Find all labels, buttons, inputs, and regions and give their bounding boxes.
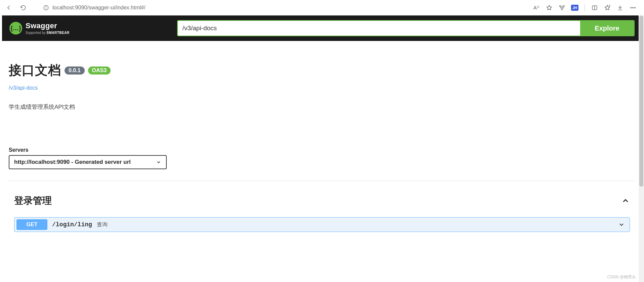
- swagger-topbar: {…} Swagger Supported by SMARTBEAR Explo…: [2, 15, 642, 41]
- browser-right-controls: A⁾⁾ JH: [531, 2, 641, 13]
- downloads-button[interactable]: [614, 2, 626, 13]
- explore-button[interactable]: Explore: [580, 21, 634, 36]
- swagger-logo-subtext: Supported by SMARTBEAR: [26, 31, 70, 35]
- swagger-logo[interactable]: {…} Swagger Supported by SMARTBEAR: [9, 22, 70, 35]
- operation-summary: 查询: [97, 221, 618, 228]
- tag-header[interactable]: 登录管理: [14, 194, 630, 207]
- servers-section: Servers http://localhost:9090 - Generate…: [9, 147, 635, 169]
- address-bar[interactable]: localhost:9090/swagger-ui/index.html#/: [38, 2, 525, 13]
- swagger-logo-icon: {…}: [9, 22, 22, 35]
- favorite-button[interactable]: [544, 2, 555, 13]
- svg-point-2: [46, 7, 46, 7]
- url-path: /swagger-ui/index.html#/: [87, 5, 145, 10]
- tag-title: 登录管理: [14, 194, 52, 207]
- chevron-up-icon: [621, 196, 630, 205]
- url-host: localhost: [52, 5, 74, 10]
- oas-badge: OAS3: [88, 66, 111, 75]
- split-icon: [591, 4, 598, 11]
- star-icon: [546, 4, 553, 11]
- scrollbar-thumb[interactable]: [639, 15, 643, 187]
- dots-icon: [630, 4, 636, 11]
- jh-extension-icon[interactable]: JH: [569, 2, 580, 13]
- favorites-menu-button[interactable]: [602, 2, 613, 13]
- more-menu-button[interactable]: [627, 2, 639, 13]
- server-select[interactable]: http://localhost:9090 - Generated server…: [9, 155, 167, 169]
- info-icon: [43, 5, 49, 11]
- arrow-left-icon: [6, 4, 12, 11]
- back-button[interactable]: [3, 2, 15, 13]
- watermark: CSDN @梅秀头: [607, 274, 636, 280]
- chevron-down-icon: [618, 221, 625, 228]
- svg-point-8: [633, 7, 634, 8]
- read-aloud-button[interactable]: A⁾⁾: [531, 2, 542, 13]
- refresh-button[interactable]: [17, 2, 29, 13]
- scrollbar[interactable]: [639, 15, 644, 282]
- servers-label: Servers: [9, 147, 635, 153]
- api-description: 学生成绩管理系统API文档: [9, 103, 635, 111]
- http-method-badge: GET: [16, 219, 47, 230]
- server-selected-value: http://localhost:9090 - Generated server…: [14, 159, 131, 166]
- operation-path: /login/ling: [52, 221, 92, 228]
- explore-form: Explore: [177, 20, 635, 36]
- api-title: 接口文档: [9, 62, 61, 79]
- svg-point-7: [631, 7, 632, 8]
- vue-icon: [559, 4, 565, 11]
- separator: [585, 4, 585, 11]
- refresh-icon: [20, 4, 27, 11]
- svg-point-9: [635, 7, 636, 8]
- operation-row[interactable]: GET /login/ling 查询: [14, 217, 630, 232]
- divider: [9, 181, 635, 181]
- chevron-down-icon: [156, 159, 161, 165]
- swagger-content: 接口文档 0.0.1 OAS3 /v3/api-docs 学生成绩管理系统API…: [0, 41, 644, 232]
- swagger-logo-text: Swagger: [26, 22, 70, 30]
- spec-url-input[interactable]: [178, 21, 580, 36]
- download-icon: [617, 4, 623, 11]
- api-title-row: 接口文档 0.0.1 OAS3: [9, 62, 635, 79]
- api-docs-link[interactable]: /v3/api-docs: [9, 85, 38, 91]
- star-plus-icon: [604, 4, 611, 11]
- vue-extension-icon[interactable]: [556, 2, 568, 13]
- split-screen-button[interactable]: [589, 2, 600, 13]
- version-badge: 0.0.1: [65, 66, 85, 75]
- tag-section: 登录管理 GET /login/ling 查询: [9, 194, 635, 232]
- url-port: :9090: [74, 5, 87, 10]
- browser-toolbar: localhost:9090/swagger-ui/index.html#/ A…: [0, 0, 644, 15]
